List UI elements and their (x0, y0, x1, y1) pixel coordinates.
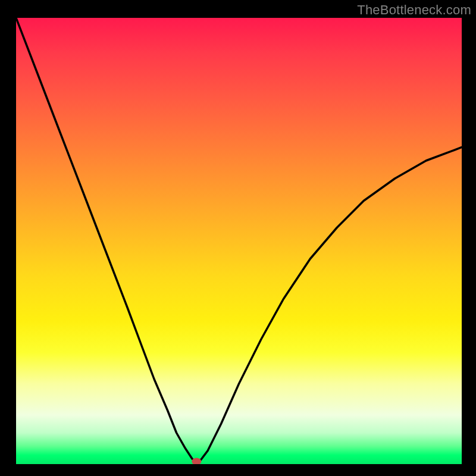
bottleneck-curve (16, 18, 462, 463)
watermark-text: TheBottleneck.com (357, 2, 471, 18)
chart-area (16, 18, 462, 464)
plot-svg (16, 18, 462, 464)
